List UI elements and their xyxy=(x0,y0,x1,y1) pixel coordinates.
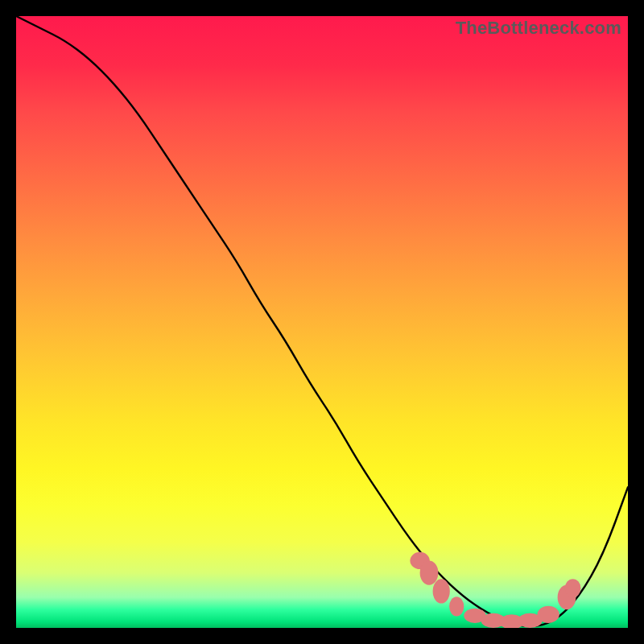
chart-marker xyxy=(565,579,581,597)
chart-marker xyxy=(538,606,559,623)
chart-frame: TheBottleneck.com xyxy=(0,0,644,644)
chart-markers xyxy=(410,552,580,628)
chart-line xyxy=(16,16,628,626)
chart-plot-area: TheBottleneck.com xyxy=(16,16,628,628)
chart-marker xyxy=(449,597,464,616)
chart-marker xyxy=(433,579,450,603)
chart-svg xyxy=(16,16,628,628)
chart-marker xyxy=(420,560,439,584)
